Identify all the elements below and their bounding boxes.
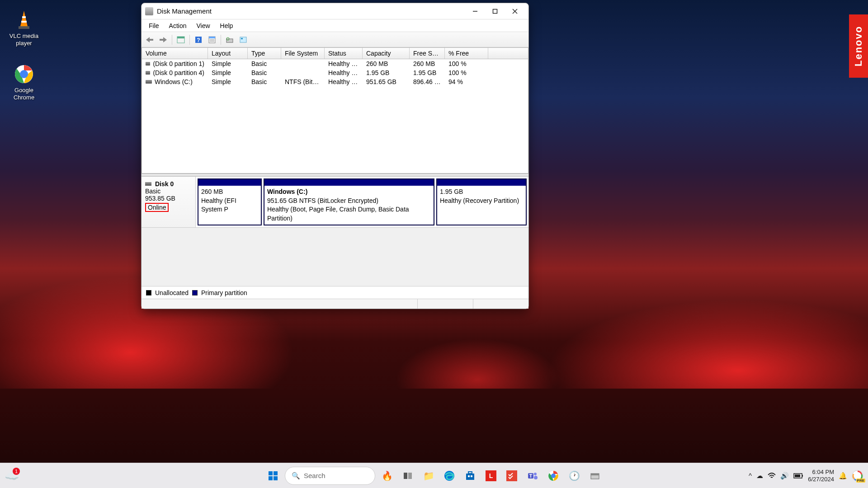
cell-volume: (Disk 0 partition 4) xyxy=(153,69,204,76)
window-title: Disk Management xyxy=(157,7,212,15)
tray-wifi-icon[interactable] xyxy=(768,473,776,479)
desktop-icon-label: Google Chrome xyxy=(4,87,44,101)
svg-rect-30 xyxy=(274,476,278,480)
start-button[interactable] xyxy=(264,467,282,485)
taskbar-todoist[interactable] xyxy=(503,467,521,485)
settings-button[interactable] xyxy=(237,34,250,46)
lenovo-tab[interactable]: Lenovo xyxy=(849,14,868,78)
svg-rect-35 xyxy=(468,472,472,474)
back-button[interactable] xyxy=(143,34,156,46)
menu-help[interactable]: Help xyxy=(216,20,238,31)
titlebar[interactable]: Disk Management xyxy=(142,3,528,19)
menu-file[interactable]: File xyxy=(144,20,164,31)
partition-status: Healthy (Recovery Partition) xyxy=(440,197,523,206)
svg-rect-2 xyxy=(21,21,27,23)
system-tray: ^ ☁ 🔊 6:04 PM 6/27/2024 🔔 PRE xyxy=(749,469,863,483)
tray-notifications-icon[interactable]: 🔔 xyxy=(839,472,847,480)
legend-swatch-primary xyxy=(192,290,198,296)
taskbar-flame-icon[interactable]: 🔥 xyxy=(378,467,396,485)
svg-rect-12 xyxy=(150,39,153,41)
volume-icon xyxy=(146,62,150,66)
search-icon: 🔍 xyxy=(292,472,300,480)
cell-type: Basic xyxy=(248,59,281,68)
svg-rect-8 xyxy=(493,9,497,13)
partition-status: Healthy (Boot, Page File, Crash Dump, Ba… xyxy=(267,205,431,223)
help-button[interactable]: ? xyxy=(192,34,205,46)
taskbar-store[interactable] xyxy=(461,467,479,485)
cell-layout: Simple xyxy=(208,77,248,86)
taskbar-disk-mgmt[interactable] xyxy=(586,467,604,485)
menubar: File Action View Help xyxy=(142,19,528,32)
cell-volume: (Disk 0 partition 1) xyxy=(153,60,204,67)
col-pct-free[interactable]: % Free xyxy=(445,48,488,59)
svg-marker-13 xyxy=(163,37,167,42)
close-button[interactable] xyxy=(505,4,525,19)
cell-pct: 100 % xyxy=(445,68,488,77)
search-placeholder: Search xyxy=(304,472,326,479)
partition-efi[interactable]: 260 MB Healthy (EFI System P xyxy=(198,178,262,225)
taskbar-chrome[interactable] xyxy=(544,467,562,485)
table-row[interactable]: (Disk 0 partition 1) Simple Basic Health… xyxy=(142,59,528,68)
desktop-icon-vlc[interactable]: VLC media player xyxy=(4,9,44,47)
cell-pct: 100 % xyxy=(445,59,488,68)
partition-recovery[interactable]: 1.95 GB Healthy (Recovery Partition) xyxy=(436,178,527,225)
svg-rect-16 xyxy=(177,37,184,38)
menu-action[interactable]: Action xyxy=(165,20,191,31)
minimize-button[interactable] xyxy=(465,4,485,19)
maximize-button[interactable] xyxy=(485,4,505,19)
taskbar-task-view[interactable] xyxy=(399,467,417,485)
disk-info[interactable]: Disk 0 Basic 953.85 GB Online xyxy=(142,177,196,227)
col-filesystem[interactable]: File System xyxy=(281,48,325,59)
refresh-button[interactable] xyxy=(223,34,236,46)
tray-chevron-icon[interactable]: ^ xyxy=(749,472,752,479)
toolbar: ? xyxy=(142,32,528,47)
tray-battery-icon[interactable] xyxy=(793,473,803,479)
svg-rect-28 xyxy=(274,471,278,475)
taskbar-edge[interactable] xyxy=(440,467,458,485)
properties-button[interactable] xyxy=(206,34,218,46)
taskbar-clock-app[interactable]: 🕐 xyxy=(565,467,583,485)
taskbar-explorer[interactable]: 📁 xyxy=(420,467,438,485)
cell-layout: Simple xyxy=(208,59,248,68)
cell-status: Healthy (R... xyxy=(325,68,363,77)
disk-name: Disk 0 xyxy=(155,180,192,188)
partition-windows-c[interactable]: Windows (C:) 951.65 GB NTFS (BitLocker E… xyxy=(264,178,434,225)
table-body[interactable]: (Disk 0 partition 1) Simple Basic Health… xyxy=(142,59,528,173)
taskbar-weather[interactable]: ☁️ 1 xyxy=(5,469,19,483)
svg-rect-27 xyxy=(269,471,273,475)
cell-free: 260 MB xyxy=(410,59,445,68)
col-capacity[interactable]: Capacity xyxy=(363,48,410,59)
table-row[interactable]: Windows (C:) Simple Basic NTFS (BitLo...… xyxy=(142,77,528,86)
cell-pct: 94 % xyxy=(445,77,488,86)
chrome-icon xyxy=(13,63,35,85)
taskbar-teams[interactable]: T xyxy=(524,467,542,485)
col-status[interactable]: Status xyxy=(325,48,363,59)
svg-rect-3 xyxy=(19,26,29,29)
search-box[interactable]: 🔍 Search xyxy=(285,467,375,485)
taskbar-clock[interactable]: 6:04 PM 6/27/2024 xyxy=(808,469,834,483)
partition-size: 260 MB xyxy=(201,188,258,197)
cell-capacity: 260 MB xyxy=(363,59,410,68)
menu-view[interactable]: View xyxy=(192,20,214,31)
col-free[interactable]: Free Sp... xyxy=(410,48,445,59)
show-hide-tree-button[interactable] xyxy=(175,34,187,46)
tray-volume-icon[interactable]: 🔊 xyxy=(780,472,789,480)
table-row[interactable]: (Disk 0 partition 4) Simple Basic Health… xyxy=(142,68,528,77)
col-type[interactable]: Type xyxy=(248,48,281,59)
cell-capacity: 951.65 GB xyxy=(363,77,410,86)
col-layout[interactable]: Layout xyxy=(208,48,248,59)
tray-pre-icon[interactable]: PRE xyxy=(852,470,863,482)
disk-status-highlight: Online xyxy=(145,203,169,212)
desktop-icon-chrome[interactable]: Google Chrome xyxy=(4,63,44,101)
svg-point-43 xyxy=(534,473,537,475)
table-header: Volume Layout Type File System Status Ca… xyxy=(142,48,528,59)
splitter[interactable] xyxy=(142,174,528,177)
forward-button[interactable] xyxy=(157,34,170,46)
partition-cap xyxy=(198,179,261,186)
svg-rect-50 xyxy=(802,475,803,477)
col-volume[interactable]: Volume xyxy=(142,48,208,59)
tray-onedrive-icon[interactable]: ☁ xyxy=(756,472,763,480)
svg-rect-23 xyxy=(226,39,233,42)
taskbar-lenovo[interactable]: L xyxy=(482,467,500,485)
volume-icon xyxy=(146,71,150,75)
